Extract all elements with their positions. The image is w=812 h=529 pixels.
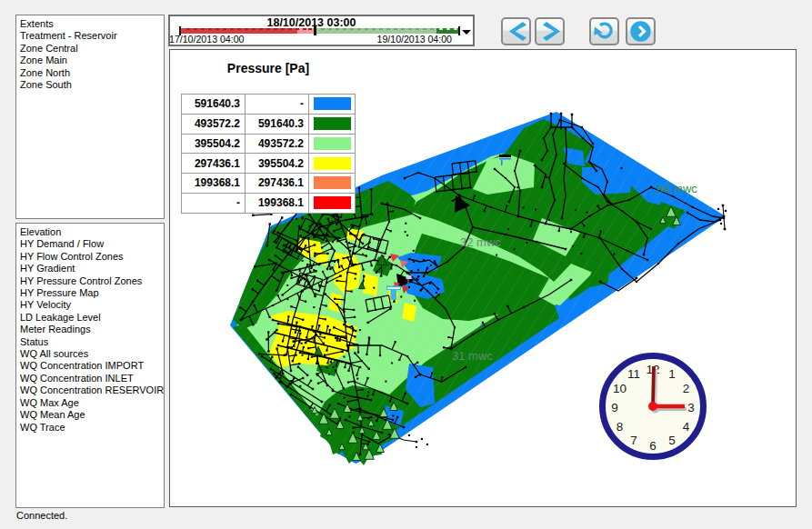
- svg-text:10: 10: [613, 382, 627, 395]
- svg-text:7: 7: [630, 434, 637, 447]
- svg-text:9: 9: [611, 401, 618, 414]
- svg-text:6: 6: [649, 439, 657, 453]
- svg-text:31 mwc: 31 mwc: [452, 349, 493, 363]
- svg-text:11: 11: [627, 367, 640, 381]
- svg-text:1: 1: [668, 367, 676, 381]
- svg-text:4: 4: [683, 420, 690, 434]
- svg-text:8: 8: [617, 420, 624, 434]
- svg-text:5: 5: [668, 434, 676, 447]
- svg-text:32 mwc: 32 mwc: [460, 235, 501, 249]
- svg-text:64 mwc: 64 mwc: [657, 182, 697, 195]
- svg-text:2: 2: [683, 382, 690, 395]
- svg-text:3: 3: [687, 401, 695, 414]
